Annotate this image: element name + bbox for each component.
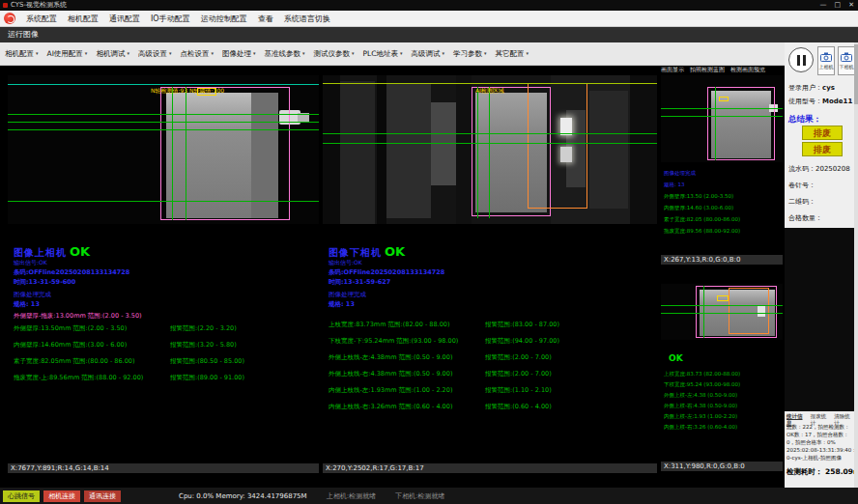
measurement-value: 外侧壁厚:13.50mm 范围:(2.00 - 3.50) <box>14 324 127 332</box>
mini-result-line: 内侧壁厚:14.60 (3.00-6.00) <box>664 205 733 211</box>
toolbar-item[interactable]: 相机调试 <box>96 49 129 59</box>
model-value: Mode11 <box>822 98 852 105</box>
toolbar-item[interactable]: 基准线参数 <box>264 49 304 59</box>
camera-button-label: 上相机 <box>819 64 834 70</box>
menu-item[interactable]: 运动控制配置 <box>201 14 247 24</box>
measurement-value: 内侧壁厚:14.60mm 范围:(3.00 - 6.00) <box>14 341 127 349</box>
menu-item[interactable]: 系统配置 <box>26 14 57 24</box>
stat-line: 0-cys-上相机-拍照图像 <box>786 455 842 462</box>
alarm-range: 报警范围:(89.00 - 91.00) <box>170 374 244 382</box>
toolbar-item[interactable]: 其它配置 <box>495 49 529 59</box>
machine-structure <box>589 91 628 209</box>
result-title: 图像上相机 <box>14 247 67 258</box>
menu-item[interactable]: 相机配置 <box>68 14 99 24</box>
status-bar: 心跳信号 相机连接 通讯连接 Cpu: 0.0% Memory: 3424.41… <box>0 488 858 504</box>
measure-line <box>186 87 186 220</box>
mini-result-status: OK <box>669 353 683 363</box>
measurement-row: 外侧上枝线-左:4.38mm 范围:(0.50 - 9.00) 报警范围:(2.… <box>329 353 634 362</box>
measurement-row: 外侧上枝线-右:4.38mm 范围:(0.50 - 9.00) 报警范围:(2.… <box>329 370 634 378</box>
ai-roi-rect <box>729 288 769 334</box>
measurement-row: 下枝宽度-下:95.24mm 范围:(93.00 - 98.00) 报警范围:(… <box>329 337 634 346</box>
machine-structure <box>377 75 386 224</box>
machine-structure <box>630 75 657 224</box>
pixel-coords-readout: X:270,Y:2502,R:17,G:17,B:17 <box>323 463 657 473</box>
view-tab[interactable]: 画面显示 <box>661 66 684 74</box>
measure-line <box>323 133 657 134</box>
maximize-button[interactable]: □ <box>835 0 842 11</box>
menu-item[interactable]: IO手动配置 <box>151 14 190 24</box>
upper-camera-button[interactable]: 上相机 <box>817 46 835 75</box>
toolbar-item[interactable]: AI使用配置 <box>47 49 88 59</box>
qty-row: 合格数量： <box>788 213 822 223</box>
toolbar-item[interactable]: 高级调试 <box>411 49 444 59</box>
pause-button[interactable] <box>788 47 814 72</box>
result-badge: 排废 <box>802 142 843 156</box>
toolbar-item[interactable]: 相机配置 <box>5 49 39 59</box>
model-row: 使用型号：Mode11 <box>788 97 852 106</box>
menu-item[interactable]: 系统语言切换 <box>284 14 330 24</box>
result-badge: 排废 <box>802 126 843 140</box>
scrollbar-thumb[interactable] <box>854 44 858 104</box>
serial-label: 流水码： <box>788 165 815 173</box>
alarm-range: 报警范围:(83.00 - 87.00) <box>485 321 559 329</box>
stat-line: 2025:02:08-13:31:39:40： <box>786 447 857 454</box>
login-user-label: 登录用户： <box>788 84 822 92</box>
measurement-value: 内侧上枝线-左:1.93mm 范围:(1.00 - 2.20) <box>329 386 452 394</box>
view-tab[interactable]: 检测画面预览 <box>730 66 765 74</box>
window-icon <box>3 3 8 8</box>
side-panel-spacer <box>785 228 854 411</box>
toolbar-item[interactable]: 高级设置 <box>138 49 172 59</box>
threshold-marker <box>717 295 729 301</box>
toolbar-item[interactable]: 学习参数 <box>453 49 487 59</box>
measure-line <box>715 87 716 160</box>
toolbar-item[interactable]: 图像处理 <box>222 49 256 59</box>
measurement-row: 上枝宽度:83.73mm 范围:(82.00 - 88.00) 报警范围:(83… <box>329 321 634 329</box>
total-result-label: 总结果： <box>788 114 821 126</box>
mini-result-line: 素子宽度:82.05 (80.00-86.00) <box>664 216 740 223</box>
scrollbar[interactable] <box>854 42 858 488</box>
alarm-range: 报警范围:(0.60 - 4.00) <box>485 403 552 411</box>
camera-view-upper[interactable]: N轮检测值:93 N轮阈值:100 <box>8 75 319 224</box>
signal-text: 输出信号:OK <box>329 259 362 267</box>
process-text: 图像处理完成 <box>329 291 366 299</box>
measure-line <box>661 305 783 306</box>
measurement-value: 拖废宽度-上:89.56mm 范围:(88.00 - 92.00) <box>14 374 143 381</box>
pause-icon <box>797 55 800 66</box>
menu-item[interactable]: 查看 <box>258 14 273 24</box>
baseline-line <box>323 83 657 84</box>
barcode-text: 条码:OFFline20250208133134728 <box>329 268 444 277</box>
toolbar-item[interactable]: 点检设置 <box>180 49 214 59</box>
mini-top-panel: 图像处理完成 规格: 13 外侧壁厚:13.50 (2.00-3.50) 内侧壁… <box>661 75 783 266</box>
close-button[interactable]: ✕ <box>848 0 854 11</box>
minimize-button[interactable]: — <box>820 0 827 11</box>
mini-result-line: 内侧上枝-左:1.93 (1.00-2.20) <box>664 413 737 420</box>
pixel-coords-readout: X:267,Y:13,R:0,G:0,B:0 <box>661 255 783 265</box>
camera-view-mini-bottom[interactable] <box>661 284 783 340</box>
camera-button-label: 下相机 <box>840 64 854 70</box>
mini-bottom-panel: OK 上枝宽度:83.73 (82.00-88.00) 下枝宽度:95.24 (… <box>661 270 783 475</box>
machine-structure <box>323 75 340 224</box>
ai-roi-rect <box>528 83 587 209</box>
camera-view-mini-top[interactable] <box>661 75 783 162</box>
camera-icon <box>841 52 852 62</box>
mini-result-line: 规格: 13 <box>664 182 685 188</box>
cpu-memory-readout: Cpu: 0.0% Memory: 3424.41796875M <box>179 492 307 500</box>
alarm-range: 报警范围:(3.20 - 5.80) <box>170 341 237 350</box>
qr-row: 二维码： <box>788 197 815 207</box>
title-bar: CYS-视觉检测系统 — □ ✕ <box>0 0 858 11</box>
mini-result-line: 外侧上枝-右:4.38 (0.50-9.00) <box>664 403 737 409</box>
alarm-range: 报警范围:(2.00 - 7.00) <box>485 353 552 362</box>
toolbar-item[interactable]: PLC地址表 <box>362 49 402 59</box>
measure-line <box>323 143 657 144</box>
view-tab[interactable]: 拍照检测蓝图 <box>690 66 725 74</box>
lower-camera-button[interactable]: 下相机 <box>838 46 855 75</box>
time-text: 时间:13-31-59-627 <box>329 278 390 287</box>
view-tabs: 画面显示 拍照检测蓝图 检测画面预览 <box>661 66 785 74</box>
menu-item[interactable]: 通讯配置 <box>109 14 140 24</box>
toolbar-item[interactable]: 测试仪参数 <box>313 49 354 59</box>
app-logo-icon <box>4 13 15 24</box>
run-image-tab[interactable]: 运行图像 <box>0 27 858 42</box>
alarm-range: 报警范围:(2.20 - 3.20) <box>170 324 237 333</box>
camera-view-lower[interactable]: AI检测区域 <box>323 75 657 224</box>
spec-text: 规格: 13 <box>329 300 355 309</box>
